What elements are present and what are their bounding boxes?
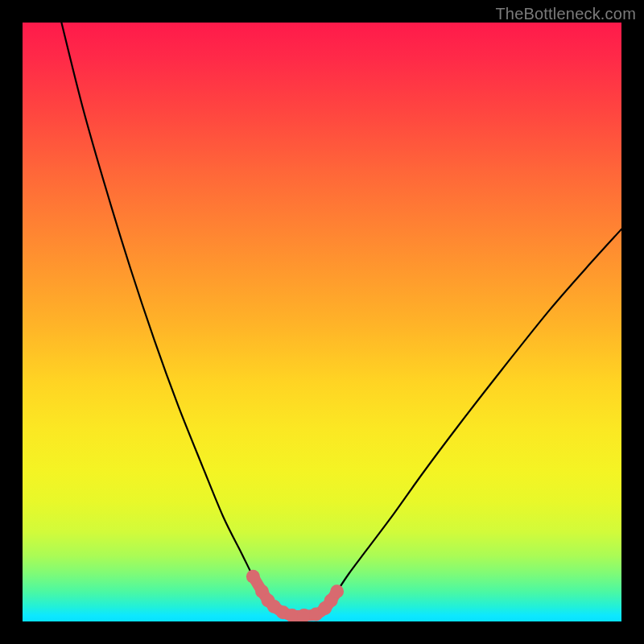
plot-area bbox=[23, 23, 621, 621]
valley-dot bbox=[330, 584, 344, 598]
curve-svg bbox=[23, 23, 621, 621]
valley-dot bbox=[246, 570, 260, 584]
valley-dots bbox=[246, 570, 344, 621]
chart-frame: TheBottleneck.com bbox=[0, 0, 644, 644]
bottleneck-curve bbox=[61, 23, 621, 616]
watermark-text: TheBottleneck.com bbox=[495, 5, 636, 23]
